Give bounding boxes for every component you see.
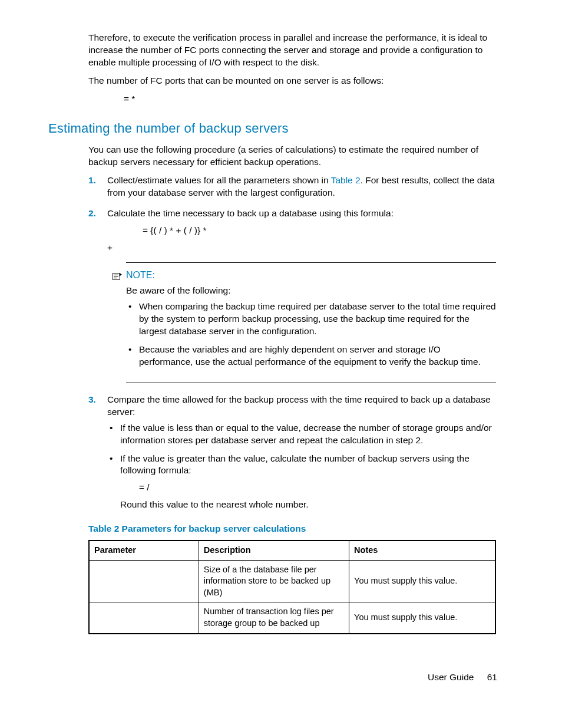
col-parameter: Parameter	[89, 541, 199, 560]
cell-parameter	[89, 560, 199, 602]
intro-paragraph-2: The number of FC ports that can be mount…	[88, 75, 496, 87]
note-heading: NOTE:	[112, 269, 482, 282]
fc-ports-formula: = *	[124, 93, 496, 106]
page: Therefore, to execute the verification p…	[0, 0, 562, 728]
step-3-text: Compare the time allowed for the backup …	[107, 394, 491, 417]
note-bullet-1: When comparing the backup time required …	[126, 301, 496, 338]
section-intro: You can use the following procedure (a s…	[88, 144, 496, 169]
footer-label: User Guide	[428, 672, 474, 682]
step-2: 2. Calculate the time necessary to back …	[88, 207, 496, 383]
col-notes: Notes	[349, 541, 495, 560]
step-3-bullet-2-text: If the value is greater than the value, …	[120, 453, 470, 476]
note-icon	[112, 271, 123, 279]
step-3-bullet-2-tail: Round this value to the nearest whole nu…	[120, 499, 309, 509]
section-heading: Estimating the number of backup servers	[48, 120, 496, 137]
backup-time-formula-line2: +	[107, 242, 496, 254]
content-region: Therefore, to execute the verification p…	[88, 32, 496, 634]
cell-notes: You must supply this value.	[349, 602, 495, 634]
step-3-bullets: If the value is less than or equal to th…	[107, 422, 496, 512]
note-bullet-2: Because the variables and are highly dep…	[126, 344, 496, 368]
page-footer: User Guide 61	[428, 671, 497, 684]
cell-parameter	[89, 602, 199, 634]
table-2-link[interactable]: Table 2	[331, 175, 361, 185]
server-count-formula: = /	[139, 482, 496, 494]
table-row: Number of transaction log files per stor…	[89, 602, 495, 634]
cell-description: Number of transaction log files per stor…	[199, 602, 349, 634]
table-header-row: Parameter Description Notes	[89, 541, 495, 560]
procedure-list: 1. Collect/estimate values for all the p…	[88, 174, 496, 511]
note-block: NOTE: Be aware of the following: When co…	[126, 262, 496, 383]
table-caption: Table 2 Parameters for backup server cal…	[88, 523, 496, 535]
cell-description: Size of a the database file per informat…	[199, 560, 349, 602]
table-row: Size of a the database file per informat…	[89, 560, 495, 602]
intro-paragraph-1: Therefore, to execute the verification p…	[88, 32, 496, 69]
note-title: NOTE:	[126, 269, 155, 282]
step-2-text: Calculate the time necessary to back up …	[107, 208, 394, 218]
step-number: 1.	[88, 174, 96, 187]
parameters-table: Parameter Description Notes Size of a th…	[88, 540, 496, 634]
step-3: 3. Compare the time allowed for the back…	[88, 394, 496, 511]
note-intro: Be aware of the following:	[126, 285, 496, 297]
note-bullets: When comparing the backup time required …	[126, 301, 496, 368]
backup-time-formula-line1: = {( / ) * + ( / )} *	[143, 225, 496, 237]
step-1: 1. Collect/estimate values for all the p…	[88, 174, 496, 199]
page-number: 61	[487, 672, 497, 682]
step-3-bullet-1: If the value is less than or equal to th…	[107, 422, 496, 447]
step-number: 2.	[88, 207, 96, 220]
step-3-bullet-2: If the value is greater than the value, …	[107, 453, 496, 512]
cell-notes: You must supply this value.	[349, 560, 495, 602]
step-number: 3.	[88, 394, 96, 406]
step-1-text-a: Collect/estimate values for all the para…	[107, 175, 331, 185]
col-description: Description	[199, 541, 349, 560]
